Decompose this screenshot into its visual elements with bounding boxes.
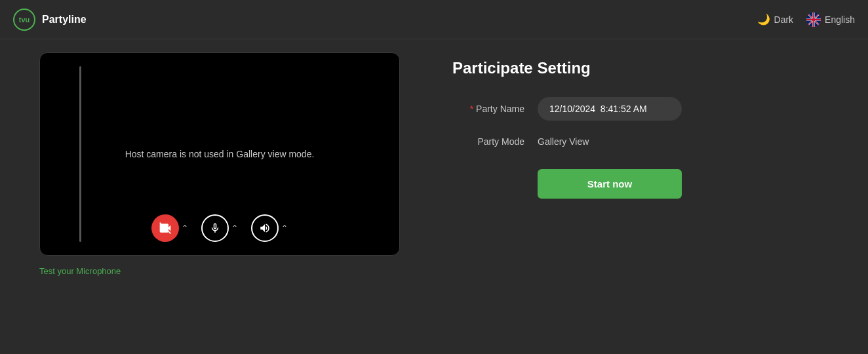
mic-control-group: ⌃ [201,214,238,242]
main-content: Host camera is not used in Gallery view … [0,39,868,354]
settings-title: Participate Setting [452,59,829,77]
speaker-toggle-button[interactable] [251,214,279,242]
speaker-chevron-icon[interactable]: ⌃ [281,224,288,233]
start-now-button[interactable]: Start now [538,169,682,199]
app-name: Partyline [42,14,87,26]
speaker-control-group: ⌃ [251,214,288,242]
language-flag [806,12,821,27]
video-container: Host camera is not used in Gallery view … [39,52,400,256]
video-section: Host camera is not used in Gallery view … [39,52,400,276]
moon-icon: 🌙 [757,13,770,26]
tvu-logo: tvu [13,9,35,31]
mic-toggle-button[interactable] [201,214,229,242]
camera-control-group: ⌃ [151,214,188,242]
vertical-line [79,66,81,242]
party-name-label: *Party Name [452,104,524,114]
theme-label: Dark [774,14,794,25]
party-mode-row: Party Mode Gallery View [452,136,829,147]
camera-toggle-button[interactable] [151,214,179,242]
header-left: tvu Partyline [13,9,87,31]
party-mode-label: Party Mode [452,136,524,147]
video-message: Host camera is not used in Gallery view … [125,149,315,159]
header: tvu Partyline 🌙 Dark English [0,0,868,39]
theme-toggle[interactable]: 🌙 Dark [757,13,794,26]
mic-chevron-icon[interactable]: ⌃ [231,224,238,233]
test-microphone-link[interactable]: Test your Microphone [39,266,400,276]
required-star: * [470,104,473,114]
camera-chevron-icon[interactable]: ⌃ [182,224,188,233]
settings-panel: Participate Setting *Party Name Party Mo… [452,52,829,199]
language-label: English [825,14,855,25]
party-name-row: *Party Name [452,97,829,121]
party-mode-value: Gallery View [538,136,589,147]
controls-bar: ⌃ ⌃ [151,214,288,242]
header-right: 🌙 Dark English [757,12,855,27]
language-toggle[interactable]: English [806,12,855,27]
party-name-input[interactable] [538,97,682,121]
